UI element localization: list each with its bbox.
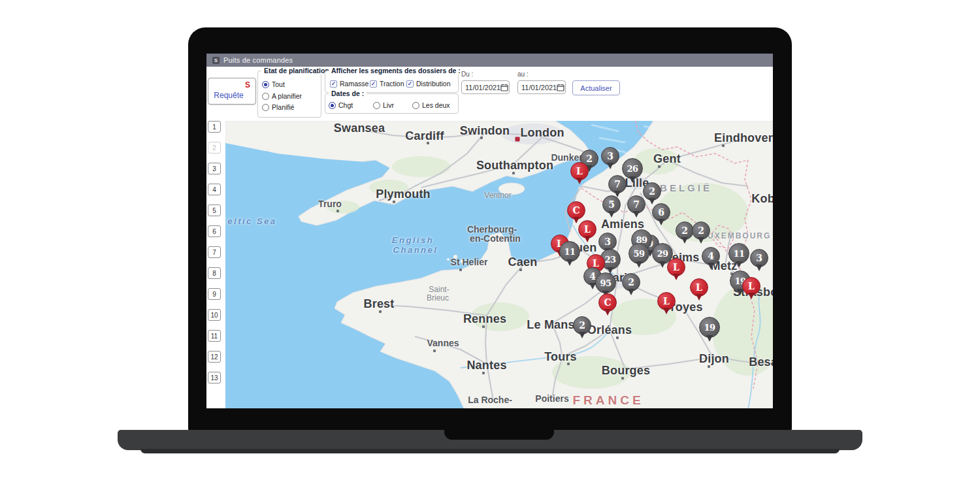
map-label-st-helier: St Helier [451, 257, 488, 267]
requete-button[interactable]: S Requête [208, 78, 256, 105]
sidebar-button-7[interactable]: 7 [208, 246, 221, 258]
map-label-le-mans: Le Mans [527, 318, 574, 332]
map-marker-gray-3[interactable]: 3 [750, 249, 768, 267]
map-label-bourges: Bourges [602, 364, 650, 378]
map-label-amiens: Amiens [601, 218, 644, 231]
map-marker-red-C[interactable]: C [598, 293, 617, 312]
radio-icon [262, 93, 269, 100]
sidebar-button-1[interactable]: 1 [208, 121, 221, 133]
map-marker-gray-19[interactable]: 19 [699, 317, 720, 338]
app-screen: S Puits de commandes S Requête Etat de p… [206, 54, 773, 408]
map-marker-gray-2[interactable]: 2 [676, 221, 694, 240]
calendar-icon[interactable] [500, 84, 508, 91]
du-date-input[interactable]: 11/01/2021 [461, 80, 510, 94]
checkbox-label: Ramasse [340, 80, 368, 88]
city-dot [708, 365, 710, 368]
map-marker-red-L[interactable]: L [667, 258, 685, 276]
map-marker-gray-11[interactable]: 11 [728, 243, 749, 264]
city-dot [519, 269, 522, 271]
city-dot [480, 137, 483, 139]
map-label-besan-on: Besançon [749, 355, 773, 369]
map-marker-gray-5[interactable]: 5 [602, 195, 621, 214]
radio-label: Les deux [422, 101, 450, 109]
sidebar-button-9[interactable]: 9 [208, 288, 221, 300]
map-marker-red-L[interactable]: L [657, 292, 676, 310]
map-marker-red-L[interactable]: L [570, 162, 589, 180]
map-marker-gray-95[interactable]: 95 [595, 272, 616, 293]
map-marker-gray-2[interactable]: 2 [622, 273, 640, 291]
city-dot [393, 201, 395, 203]
map-canvas[interactable]: SwanseaCardiffSwindonLondonSouthamptonPl… [225, 121, 773, 408]
capital-marker [515, 137, 520, 142]
map-label-english: English [392, 235, 434, 245]
segments-checkbox-distribution[interactable]: ✓Distribution [406, 80, 451, 88]
segments-checkbox-traction[interactable]: ✓Traction [370, 80, 404, 88]
map-label-brieuc: Brieuc [427, 293, 449, 302]
city-dot [567, 363, 570, 365]
radio-label: Planifié [272, 103, 294, 111]
map-label-france: FRANCE [572, 393, 644, 408]
etat-radio-a-planifier[interactable]: A planifier [262, 92, 302, 100]
sidebar-button-3[interactable]: 3 [208, 163, 221, 174]
sidebar-button-12[interactable]: 12 [208, 351, 221, 363]
map-marker-gray-7[interactable]: 7 [608, 175, 627, 193]
map-label-tours: Tours [544, 350, 577, 364]
map-marker-gray-4[interactable]: 4 [702, 247, 720, 265]
map-marker-gray-2[interactable]: 2 [692, 221, 710, 240]
map-marker-gray-3[interactable]: 3 [601, 147, 619, 165]
city-dot [427, 142, 429, 144]
map-label-en-cotentin: en-Cotentin [470, 233, 521, 244]
segments-checkbox-ramasse[interactable]: ✓Ramasse [330, 80, 368, 88]
sidebar-button-6[interactable]: 6 [208, 225, 221, 237]
map-marker-red-L[interactable]: L [742, 277, 760, 295]
map-label-la-roche-: La Roche- [468, 395, 512, 405]
window-titlebar: S Puits de commandes [206, 54, 773, 67]
sidebar-button-13[interactable]: 13 [208, 372, 221, 384]
sidebar-button-5[interactable]: 5 [208, 204, 221, 216]
sidebar-button-11[interactable]: 11 [208, 330, 221, 342]
sidebar-button-10[interactable]: 10 [208, 309, 221, 321]
map-marker-gray-2[interactable]: 2 [573, 316, 591, 335]
sidebar-button-4[interactable]: 4 [208, 184, 221, 195]
city-dot [336, 210, 339, 212]
map-label-gent: Gent [653, 152, 681, 166]
map-marker-gray-59[interactable]: 59 [629, 243, 649, 264]
radio-icon [262, 81, 269, 88]
sidebar-button-8[interactable]: 8 [208, 267, 221, 279]
dates-radio-livr[interactable]: Livr [373, 101, 394, 109]
map-label-vannes: Vannes [427, 338, 459, 348]
requete-label: Requête [208, 91, 249, 100]
map-marker-red-L[interactable]: L [690, 278, 708, 297]
city-dot [482, 325, 485, 328]
dates-radio-chgt[interactable]: Chgt [329, 101, 353, 109]
map-label-poitiers: Poitiers [535, 393, 568, 404]
checkbox-icon: ✓ [330, 80, 337, 88]
laptop-frame: S Puits de commandes S Requête Etat de p… [188, 27, 792, 433]
dates-radio-les-deux[interactable]: Les deux [412, 101, 450, 109]
radio-label: Livr [383, 101, 394, 109]
calendar-icon[interactable] [557, 84, 564, 91]
map-marker-red-L[interactable]: L [578, 220, 596, 238]
radio-label: Tout [272, 80, 285, 88]
actualiser-button[interactable]: Actualiser [572, 80, 620, 95]
map-marker-gray-6[interactable]: 6 [652, 203, 670, 221]
etat-radio-tout[interactable]: Tout [262, 80, 285, 88]
map-marker-gray-3[interactable]: 3 [598, 233, 617, 251]
map-label-brest: Brest [363, 297, 394, 311]
fieldset-segments-legend: Afficher les segments des dossiers de : [329, 67, 463, 74]
radio-label: Chgt [338, 101, 353, 109]
checkbox-icon: ✓ [406, 80, 414, 88]
map-marker-gray-11[interactable]: 11 [559, 241, 580, 262]
checkbox-label: Distribution [416, 80, 451, 88]
map-marker-gray-7[interactable]: 7 [627, 195, 645, 214]
city-dot [722, 144, 725, 147]
map-marker-gray-26[interactable]: 26 [622, 158, 643, 179]
map-label-southampton: Southampton [476, 159, 553, 172]
map-label-nantes: Nantes [466, 359, 506, 372]
city-dot [616, 336, 619, 339]
etat-radio-planifié[interactable]: Planifié [262, 103, 294, 111]
map-marker-red-C[interactable]: C [567, 201, 585, 220]
au-date-input[interactable]: 11/01/2021 [517, 80, 566, 94]
map-marker-gray-2[interactable]: 2 [643, 182, 661, 201]
laptop-base [118, 430, 862, 450]
